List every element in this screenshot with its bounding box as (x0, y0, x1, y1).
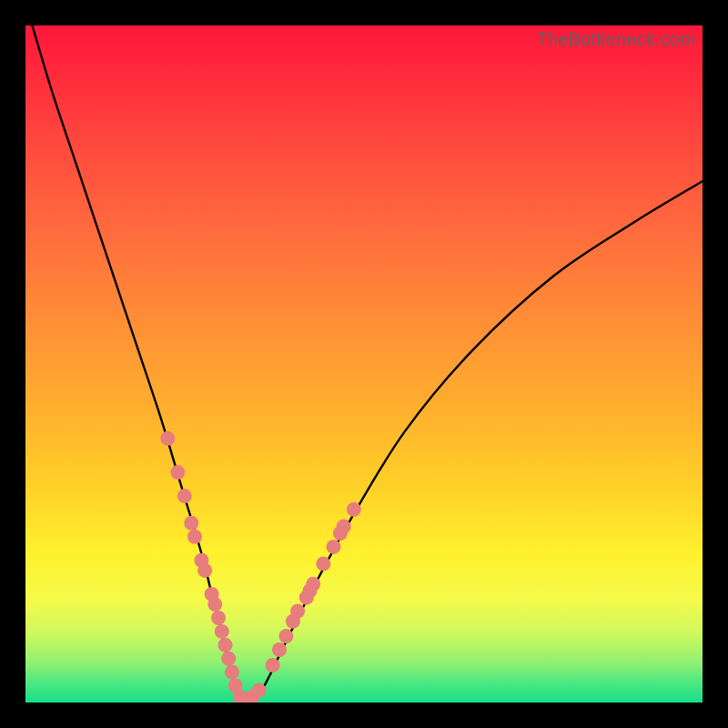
curve-marker (272, 642, 287, 657)
curve-marker (170, 465, 185, 480)
curve-marker (316, 556, 330, 571)
curve-marker (266, 658, 280, 672)
plot-area: TheBottleneck.com (25, 25, 703, 703)
bottleneck-curve (32, 25, 703, 703)
curve-marker (184, 516, 198, 531)
curve-marker (207, 597, 222, 612)
curve-marker (221, 652, 236, 666)
curve-marker (252, 683, 267, 698)
curve-marker (211, 611, 226, 625)
curve-marker (327, 540, 341, 554)
curve-marker (337, 520, 351, 534)
curve-marker (225, 665, 239, 680)
curve-marker (290, 604, 305, 619)
curve-layer (25, 25, 703, 703)
curve-marker (347, 502, 361, 517)
curve-marker (187, 530, 202, 544)
curve-marker (306, 577, 320, 592)
curve-marker (177, 489, 192, 503)
watermark-text: TheBottleneck.com (536, 29, 695, 50)
curve-marker (197, 563, 212, 578)
curve-marker (278, 629, 293, 643)
curve-marker (217, 638, 232, 652)
curve-markers (160, 431, 361, 703)
chart-frame: TheBottleneck.com (0, 0, 728, 728)
curve-marker (160, 431, 175, 446)
curve-marker (215, 624, 229, 639)
